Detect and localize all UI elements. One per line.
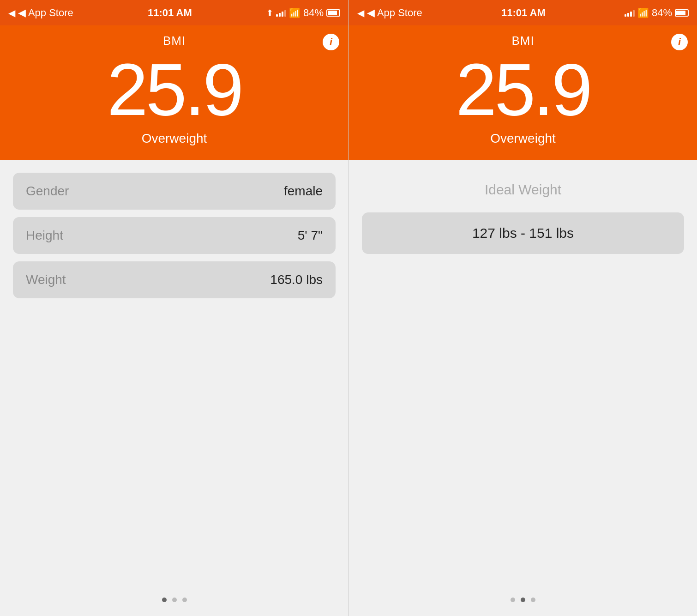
app-store-label-2[interactable]: ◀ App Store [367,7,422,19]
battery-pct-2: 84% [652,7,672,19]
dot-2-active[interactable] [521,598,525,602]
bmi-category-1: Overweight [142,131,207,146]
back-arrow-icon[interactable]: ◀ [8,7,15,18]
bmi-header-1: BMI 25.9 Overweight i [0,25,348,160]
bmi-value-1: 25.9 [107,53,241,127]
signal-bar-1 [276,14,278,17]
battery-icon-1 [326,9,340,17]
status-right-1: ⬆ 📶 84% [266,7,340,19]
status-left-2: ◀ ◀ App Store [357,7,422,19]
signal-bar-4 [284,10,286,17]
screen-2: ◀ ◀ App Store 11:01 AM 📶 84% BMI 25.9 Ov… [348,0,697,616]
signal-bars-1 [276,9,286,17]
gender-label: Gender [26,184,69,199]
info-button-1[interactable]: i [323,34,339,50]
bmi-label-2: BMI [511,34,534,48]
dot-2-inactive-3[interactable] [531,598,535,602]
ideal-weight-row: 127 lbs - 151 lbs [362,212,684,254]
content-area-2: Ideal Weight 127 lbs - 151 lbs [349,160,697,588]
info-icon-1: i [330,36,332,48]
status-time-2: 11:01 AM [501,7,546,19]
screen-1: ◀ ◀ App Store 11:01 AM ⬆ 📶 84% BMI 25.9 … [0,0,348,616]
dot-1-inactive-3[interactable] [182,598,187,602]
bmi-header-2: BMI 25.9 Overweight i [349,25,697,160]
signal-bar-2-4 [633,10,635,17]
weight-value: 165.0 lbs [270,272,323,287]
status-time-1: 11:01 AM [148,7,192,19]
signal-bar-2 [279,13,281,17]
back-arrow-icon-2[interactable]: ◀ [357,7,364,18]
dot-2-inactive-1[interactable] [511,598,515,602]
ideal-weight-value: 127 lbs - 151 lbs [472,225,574,241]
info-button-2[interactable]: i [671,34,688,50]
status-right-2: 📶 84% [625,7,689,19]
signal-bars-2 [625,9,635,17]
bmi-category-2: Overweight [490,131,556,146]
bmi-value-2: 25.9 [456,53,590,127]
info-icon-2: i [678,36,681,48]
gender-row[interactable]: Gender female [13,173,336,210]
ideal-weight-heading: Ideal Weight [362,173,684,205]
app-store-label[interactable]: ◀ App Store [18,7,73,19]
wifi-icon-1: 📶 [289,7,300,18]
battery-icon-2 [675,9,689,17]
weight-row[interactable]: Weight 165.0 lbs [13,261,336,298]
battery-fill-1 [328,11,337,15]
page-dots-2 [349,588,697,616]
status-bar-2: ◀ ◀ App Store 11:01 AM 📶 84% [349,0,697,25]
signal-bar-2-1 [625,14,626,17]
height-row[interactable]: Height 5' 7" [13,217,336,254]
page-dots-1 [0,588,348,616]
signal-bar-2-2 [627,13,629,17]
wifi-icon-2: 📶 [637,7,649,18]
battery-pct-1: 84% [303,7,324,19]
height-label: Height [26,228,63,243]
signal-bar-2-3 [630,12,632,17]
battery-fill-2 [676,11,685,15]
weight-label: Weight [26,272,66,287]
dot-1-inactive-2[interactable] [172,598,177,602]
status-bar-1: ◀ ◀ App Store 11:01 AM ⬆ 📶 84% [0,0,348,25]
bmi-label-1: BMI [163,34,186,48]
status-left-1: ◀ ◀ App Store [8,7,73,19]
location-icon-1: ⬆ [266,8,273,18]
gender-value: female [284,184,323,199]
signal-bar-3 [282,12,283,17]
height-value: 5' 7" [298,228,323,243]
content-area-1: Gender female Height 5' 7" Weight 165.0 … [0,160,348,588]
dot-1-active[interactable] [162,598,167,602]
